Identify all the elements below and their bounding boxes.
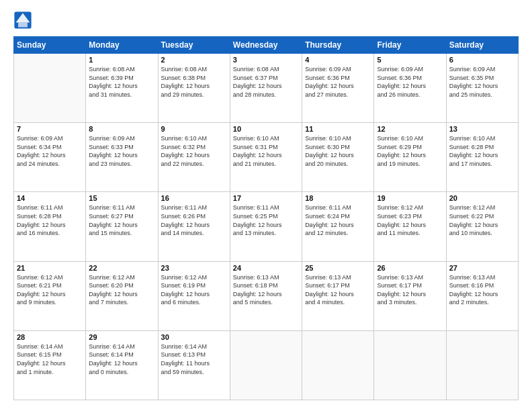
day-number: 26 bbox=[377, 264, 443, 272]
calendar-cell: 21Sunrise: 6:12 AM Sunset: 6:21 PM Dayli… bbox=[14, 261, 86, 330]
calendar-cell: 6Sunrise: 6:09 AM Sunset: 6:35 PM Daylig… bbox=[446, 54, 518, 123]
day-number: 2 bbox=[161, 56, 227, 64]
calendar-cell: 2Sunrise: 6:08 AM Sunset: 6:38 PM Daylig… bbox=[158, 54, 230, 123]
weekday-header: Saturday bbox=[446, 37, 518, 54]
calendar-cell: 16Sunrise: 6:11 AM Sunset: 6:26 PM Dayli… bbox=[158, 192, 230, 261]
calendar-cell: 4Sunrise: 6:09 AM Sunset: 6:36 PM Daylig… bbox=[302, 54, 374, 123]
calendar-cell: 11Sunrise: 6:10 AM Sunset: 6:30 PM Dayli… bbox=[302, 123, 374, 192]
calendar-cell: 10Sunrise: 6:10 AM Sunset: 6:31 PM Dayli… bbox=[230, 123, 302, 192]
logo-icon bbox=[13, 11, 32, 30]
calendar-cell: 17Sunrise: 6:11 AM Sunset: 6:25 PM Dayli… bbox=[230, 192, 302, 261]
day-info: Sunrise: 6:12 AM Sunset: 6:22 PM Dayligh… bbox=[449, 203, 515, 237]
day-info: Sunrise: 6:13 AM Sunset: 6:17 PM Dayligh… bbox=[377, 273, 443, 307]
calendar-cell bbox=[374, 330, 446, 400]
calendar-cell bbox=[14, 54, 86, 123]
day-info: Sunrise: 6:09 AM Sunset: 6:36 PM Dayligh… bbox=[377, 65, 443, 99]
logo bbox=[13, 11, 34, 30]
calendar-table: SundayMondayTuesdayWednesdayThursdayFrid… bbox=[13, 36, 519, 400]
day-number: 21 bbox=[17, 264, 83, 272]
day-number: 10 bbox=[233, 125, 299, 133]
calendar-cell: 23Sunrise: 6:12 AM Sunset: 6:19 PM Dayli… bbox=[158, 261, 230, 330]
header bbox=[13, 11, 519, 30]
day-number: 5 bbox=[377, 56, 443, 64]
day-number: 9 bbox=[161, 125, 227, 133]
calendar-week-row: 21Sunrise: 6:12 AM Sunset: 6:21 PM Dayli… bbox=[14, 261, 519, 330]
page: SundayMondayTuesdayWednesdayThursdayFrid… bbox=[0, 0, 532, 411]
calendar-cell bbox=[230, 330, 302, 400]
calendar-cell: 9Sunrise: 6:10 AM Sunset: 6:32 PM Daylig… bbox=[158, 123, 230, 192]
day-info: Sunrise: 6:12 AM Sunset: 6:21 PM Dayligh… bbox=[17, 273, 83, 307]
calendar-cell: 3Sunrise: 6:08 AM Sunset: 6:37 PM Daylig… bbox=[230, 54, 302, 123]
day-info: Sunrise: 6:14 AM Sunset: 6:14 PM Dayligh… bbox=[89, 342, 154, 376]
weekday-header: Wednesday bbox=[230, 37, 302, 54]
day-info: Sunrise: 6:11 AM Sunset: 6:28 PM Dayligh… bbox=[17, 203, 83, 237]
calendar-week-row: 7Sunrise: 6:09 AM Sunset: 6:34 PM Daylig… bbox=[14, 123, 519, 192]
day-info: Sunrise: 6:13 AM Sunset: 6:17 PM Dayligh… bbox=[305, 273, 371, 307]
day-info: Sunrise: 6:09 AM Sunset: 6:36 PM Dayligh… bbox=[305, 65, 371, 99]
day-info: Sunrise: 6:11 AM Sunset: 6:27 PM Dayligh… bbox=[89, 203, 154, 237]
calendar-week-row: 1Sunrise: 6:08 AM Sunset: 6:39 PM Daylig… bbox=[14, 54, 519, 123]
calendar-cell: 18Sunrise: 6:11 AM Sunset: 6:24 PM Dayli… bbox=[302, 192, 374, 261]
day-number: 16 bbox=[161, 194, 227, 202]
day-info: Sunrise: 6:10 AM Sunset: 6:28 PM Dayligh… bbox=[449, 134, 515, 168]
day-number: 30 bbox=[161, 333, 227, 341]
day-info: Sunrise: 6:12 AM Sunset: 6:23 PM Dayligh… bbox=[377, 203, 443, 237]
day-number: 12 bbox=[377, 125, 443, 133]
day-number: 6 bbox=[449, 56, 515, 64]
calendar-cell: 26Sunrise: 6:13 AM Sunset: 6:17 PM Dayli… bbox=[374, 261, 446, 330]
day-info: Sunrise: 6:08 AM Sunset: 6:37 PM Dayligh… bbox=[233, 65, 299, 99]
calendar-cell: 28Sunrise: 6:14 AM Sunset: 6:15 PM Dayli… bbox=[14, 330, 86, 400]
day-info: Sunrise: 6:10 AM Sunset: 6:30 PM Dayligh… bbox=[305, 134, 371, 168]
day-info: Sunrise: 6:14 AM Sunset: 6:13 PM Dayligh… bbox=[161, 342, 227, 376]
weekday-header: Thursday bbox=[302, 37, 374, 54]
day-number: 24 bbox=[233, 264, 299, 272]
day-info: Sunrise: 6:10 AM Sunset: 6:31 PM Dayligh… bbox=[233, 134, 299, 168]
day-info: Sunrise: 6:11 AM Sunset: 6:24 PM Dayligh… bbox=[305, 203, 371, 237]
day-number: 13 bbox=[449, 125, 515, 133]
weekday-header: Tuesday bbox=[158, 37, 230, 54]
calendar-cell: 25Sunrise: 6:13 AM Sunset: 6:17 PM Dayli… bbox=[302, 261, 374, 330]
calendar-cell: 24Sunrise: 6:13 AM Sunset: 6:18 PM Dayli… bbox=[230, 261, 302, 330]
day-info: Sunrise: 6:10 AM Sunset: 6:32 PM Dayligh… bbox=[161, 134, 227, 168]
day-info: Sunrise: 6:09 AM Sunset: 6:35 PM Dayligh… bbox=[449, 65, 515, 99]
day-number: 15 bbox=[89, 194, 154, 202]
day-info: Sunrise: 6:09 AM Sunset: 6:33 PM Dayligh… bbox=[89, 134, 154, 168]
calendar-cell: 27Sunrise: 6:13 AM Sunset: 6:16 PM Dayli… bbox=[446, 261, 518, 330]
calendar-cell: 22Sunrise: 6:12 AM Sunset: 6:20 PM Dayli… bbox=[86, 261, 158, 330]
weekday-header: Sunday bbox=[14, 37, 86, 54]
calendar-cell bbox=[446, 330, 518, 400]
calendar-cell: 13Sunrise: 6:10 AM Sunset: 6:28 PM Dayli… bbox=[446, 123, 518, 192]
day-number: 14 bbox=[17, 194, 83, 202]
calendar-cell: 14Sunrise: 6:11 AM Sunset: 6:28 PM Dayli… bbox=[14, 192, 86, 261]
day-number: 4 bbox=[305, 56, 371, 64]
day-info: Sunrise: 6:12 AM Sunset: 6:19 PM Dayligh… bbox=[161, 273, 227, 307]
day-number: 29 bbox=[89, 333, 154, 341]
day-info: Sunrise: 6:10 AM Sunset: 6:29 PM Dayligh… bbox=[377, 134, 443, 168]
day-number: 17 bbox=[233, 194, 299, 202]
calendar-cell: 1Sunrise: 6:08 AM Sunset: 6:39 PM Daylig… bbox=[86, 54, 158, 123]
calendar-cell: 15Sunrise: 6:11 AM Sunset: 6:27 PM Dayli… bbox=[86, 192, 158, 261]
day-number: 3 bbox=[233, 56, 299, 64]
calendar-cell: 29Sunrise: 6:14 AM Sunset: 6:14 PM Dayli… bbox=[86, 330, 158, 400]
day-info: Sunrise: 6:11 AM Sunset: 6:25 PM Dayligh… bbox=[233, 203, 299, 237]
calendar-cell: 30Sunrise: 6:14 AM Sunset: 6:13 PM Dayli… bbox=[158, 330, 230, 400]
calendar-cell: 8Sunrise: 6:09 AM Sunset: 6:33 PM Daylig… bbox=[86, 123, 158, 192]
day-number: 20 bbox=[449, 194, 515, 202]
day-info: Sunrise: 6:08 AM Sunset: 6:39 PM Dayligh… bbox=[89, 65, 154, 99]
calendar-cell: 12Sunrise: 6:10 AM Sunset: 6:29 PM Dayli… bbox=[374, 123, 446, 192]
day-number: 7 bbox=[17, 125, 83, 133]
svg-rect-2 bbox=[18, 23, 28, 28]
day-number: 25 bbox=[305, 264, 371, 272]
day-number: 8 bbox=[89, 125, 154, 133]
day-info: Sunrise: 6:08 AM Sunset: 6:38 PM Dayligh… bbox=[161, 65, 227, 99]
day-info: Sunrise: 6:14 AM Sunset: 6:15 PM Dayligh… bbox=[17, 342, 83, 376]
calendar-cell: 5Sunrise: 6:09 AM Sunset: 6:36 PM Daylig… bbox=[374, 54, 446, 123]
day-number: 27 bbox=[449, 264, 515, 272]
calendar-week-row: 14Sunrise: 6:11 AM Sunset: 6:28 PM Dayli… bbox=[14, 192, 519, 261]
day-info: Sunrise: 6:13 AM Sunset: 6:16 PM Dayligh… bbox=[449, 273, 515, 307]
calendar-header-row: SundayMondayTuesdayWednesdayThursdayFrid… bbox=[14, 37, 519, 54]
day-number: 1 bbox=[89, 56, 154, 64]
calendar-cell: 19Sunrise: 6:12 AM Sunset: 6:23 PM Dayli… bbox=[374, 192, 446, 261]
calendar-week-row: 28Sunrise: 6:14 AM Sunset: 6:15 PM Dayli… bbox=[14, 330, 519, 400]
calendar-cell: 7Sunrise: 6:09 AM Sunset: 6:34 PM Daylig… bbox=[14, 123, 86, 192]
